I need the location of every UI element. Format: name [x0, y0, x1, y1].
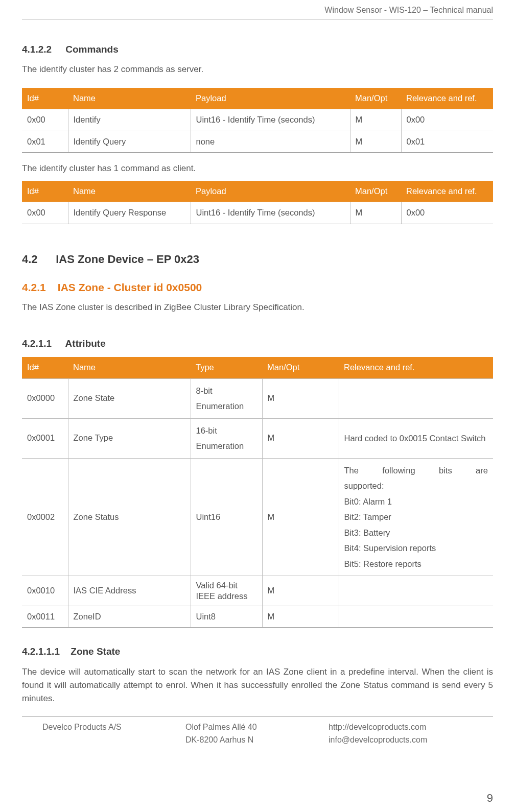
- section-title: IAS Zone Device – EP 0x23: [56, 253, 199, 266]
- cell-name: Identify: [68, 109, 191, 131]
- cell-rel: [339, 576, 493, 606]
- col-rel: Relevance and ref.: [339, 357, 493, 378]
- footer-email: info@develcoproducts.com: [329, 733, 493, 747]
- footer-url: http://develcoproducts.com: [329, 721, 493, 734]
- cell-name: Identify Query Response: [68, 202, 191, 224]
- cell-id: 0x0001: [22, 418, 68, 458]
- cell-name: Zone Status: [68, 458, 191, 576]
- cell-manopt: M: [262, 378, 339, 418]
- col-rel: Relevance and ref.: [401, 88, 493, 109]
- table-row: 0x0000 Zone State 8-bit Enumeration M: [22, 378, 493, 418]
- section-4-2-heading: 4.2 IAS Zone Device – EP 0x23: [22, 251, 493, 268]
- cell-name: Zone State: [68, 378, 191, 418]
- cell-manopt: M: [262, 576, 339, 606]
- table-row: 0x00 Identify Query Response Uint16 - Id…: [22, 202, 493, 224]
- section-4-1-2-2-heading: 4.1.2.2 Commands: [22, 42, 493, 57]
- section-4-2-1-heading: 4.2.1 IAS Zone - Cluster id 0x0500: [22, 279, 493, 296]
- col-name: Name: [68, 181, 191, 202]
- footer-address-line-1: Olof Palmes Allé 40: [185, 721, 323, 734]
- col-name: Name: [68, 88, 191, 109]
- cell-manopt: M: [262, 606, 339, 628]
- footer-company: Develco Products A/S: [42, 721, 180, 747]
- cell-id: 0x0002: [22, 458, 68, 576]
- cell-id: 0x0000: [22, 378, 68, 418]
- section-title: Attribute: [65, 338, 106, 349]
- cell-manopt: M: [350, 202, 401, 224]
- cell-payload: Uint16 - Identify Time (seconds): [191, 109, 350, 131]
- col-id: Id#: [22, 357, 68, 378]
- section-title: Zone State: [71, 646, 120, 657]
- table-row: 0x0011 ZoneID Uint8 M: [22, 606, 493, 628]
- footer: Develco Products A/S Olof Palmes Allé 40…: [22, 716, 493, 747]
- cell-rel: The following bits are supported: Bit0: …: [339, 458, 493, 576]
- cell-type: Uint8: [191, 606, 262, 628]
- cell-rel: [339, 378, 493, 418]
- cell-id: 0x00: [22, 202, 68, 224]
- table-row: 0x01 Identify Query none M 0x01: [22, 131, 493, 153]
- ias-zone-intro: The IAS Zone cluster is described in Zig…: [22, 301, 493, 314]
- cell-payload: none: [191, 131, 350, 153]
- section-number: 4.2.1.1.1: [22, 644, 68, 659]
- cell-manopt: M: [350, 131, 401, 153]
- section-number: 4.2.1.1: [22, 336, 63, 351]
- col-manopt: Man/Opt: [262, 357, 339, 378]
- commands-server-table: Id# Name Payload Man/Opt Relevance and r…: [22, 88, 493, 153]
- section-4-2-1-1-heading: 4.2.1.1 Attribute: [22, 336, 493, 351]
- page-number: 9: [487, 790, 493, 807]
- table-row: 0x0002 Zone Status Uint16 M The followin…: [22, 458, 493, 576]
- cell-name: IAS CIE Address: [68, 576, 191, 606]
- cell-id: 0x0011: [22, 606, 68, 628]
- zone-state-paragraph: The device will automatically start to s…: [22, 665, 493, 706]
- table-row: 0x0001 Zone Type 16-bit Enumeration M Ha…: [22, 418, 493, 458]
- table-row: 0x00 Identify Uint16 - Identify Time (se…: [22, 109, 493, 131]
- col-id: Id#: [22, 88, 68, 109]
- section-title: IAS Zone - Cluster id 0x0500: [58, 281, 202, 293]
- cell-name: ZoneID: [68, 606, 191, 628]
- col-id: Id#: [22, 181, 68, 202]
- cell-type: Uint16: [191, 458, 262, 576]
- cell-id: 0x0010: [22, 576, 68, 606]
- table-row: 0x0010 IAS CIE Address Valid 64-bit IEEE…: [22, 576, 493, 606]
- cell-name: Zone Type: [68, 418, 191, 458]
- cell-type: 8-bit Enumeration: [191, 378, 262, 418]
- cell-manopt: M: [350, 109, 401, 131]
- commands-client-intro: The identify cluster has 1 command as cl…: [22, 162, 493, 175]
- running-header: Window Sensor - WIS-120 – Technical manu…: [22, 0, 493, 19]
- commands-client-table: Id# Name Payload Man/Opt Relevance and r…: [22, 181, 493, 224]
- commands-server-intro: The identify cluster has 2 commands as s…: [22, 63, 493, 76]
- footer-address-line-2: DK-8200 Aarhus N: [185, 733, 323, 747]
- col-manopt: Man/Opt: [350, 88, 401, 109]
- cell-type: Valid 64-bit IEEE address: [191, 576, 262, 606]
- section-4-2-1-1-1-heading: 4.2.1.1.1 Zone State: [22, 644, 493, 659]
- cell-id: 0x01: [22, 131, 68, 153]
- cell-rel: 0x01: [401, 131, 493, 153]
- col-rel: Relevance and ref.: [401, 181, 493, 202]
- col-type: Type: [191, 357, 262, 378]
- cell-name: Identify Query: [68, 131, 191, 153]
- cell-type: 16-bit Enumeration: [191, 418, 262, 458]
- col-name: Name: [68, 357, 191, 378]
- cell-manopt: M: [262, 458, 339, 576]
- section-number: 4.1.2.2: [22, 42, 63, 57]
- section-number: 4.2: [22, 251, 53, 268]
- attribute-table: Id# Name Type Man/Opt Relevance and ref.…: [22, 357, 493, 628]
- col-payload: Payload: [191, 88, 350, 109]
- cell-rel: 0x00: [401, 109, 493, 131]
- cell-manopt: M: [262, 418, 339, 458]
- col-payload: Payload: [191, 181, 350, 202]
- section-number: 4.2.1: [22, 279, 55, 296]
- cell-rel: 0x00: [401, 202, 493, 224]
- col-manopt: Man/Opt: [350, 181, 401, 202]
- section-title: Commands: [65, 44, 118, 55]
- cell-rel: [339, 606, 493, 628]
- cell-rel: Hard coded to 0x0015 Contact Switch: [339, 418, 493, 458]
- cell-payload: Uint16 - Identify Time (seconds): [191, 202, 350, 224]
- cell-id: 0x00: [22, 109, 68, 131]
